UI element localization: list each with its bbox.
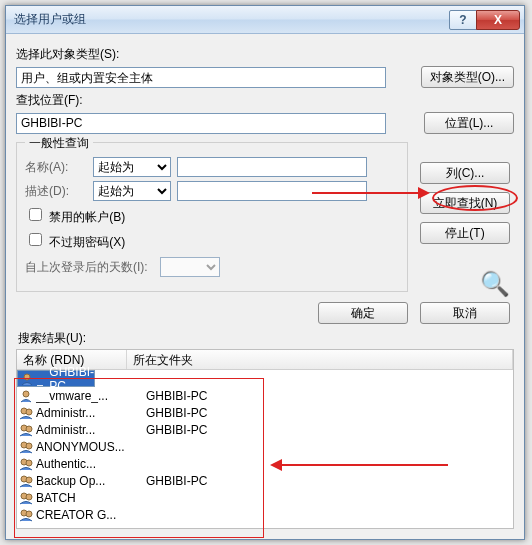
window-title: 选择用户或组 <box>14 11 449 28</box>
ok-button[interactable]: 确定 <box>318 302 408 324</box>
cell-name: Backup Op... <box>36 474 140 488</box>
cell-folder: GHBIBI-PC <box>140 474 207 488</box>
object-types-button[interactable]: 对象类型(O)... <box>421 66 514 88</box>
location-field: GHBIBI-PC <box>16 113 386 134</box>
group-icon <box>19 440 33 454</box>
results-table: 名称 (RDN) 所在文件夹 __vmware__GHBIBI-PC__vmwa… <box>16 349 514 529</box>
user-icon <box>19 389 33 403</box>
svg-point-13 <box>26 494 32 500</box>
description-mode-select[interactable]: 起始为 <box>93 181 171 201</box>
cell-name: Administr... <box>36 423 140 437</box>
titlebar: 选择用户或组 ? X <box>6 6 524 34</box>
svg-point-9 <box>26 460 32 466</box>
name-input[interactable] <box>177 157 367 177</box>
cell-folder: GHBIBI-PC <box>140 406 207 420</box>
description-input[interactable] <box>177 181 367 201</box>
svg-point-5 <box>26 426 32 432</box>
dialog-window: 选择用户或组 ? X 选择此对象类型(S): 用户、组或内置安全主体 对象类型(… <box>5 5 525 540</box>
group-icon <box>19 406 33 420</box>
group-icon <box>19 508 33 522</box>
disabled-accounts-checkbox[interactable]: 禁用的帐户(B) <box>25 205 125 226</box>
table-row[interactable]: Administr...GHBIBI-PC <box>17 404 513 421</box>
table-row[interactable]: Authentic... <box>17 455 513 472</box>
user-icon <box>20 372 34 386</box>
object-type-label: 选择此对象类型(S): <box>16 46 514 63</box>
object-type-field: 用户、组或内置安全主体 <box>16 67 386 88</box>
right-button-column: 列(C)... 立即查找(N) 停止(T) 🔍 <box>420 162 510 298</box>
svg-point-3 <box>26 409 32 415</box>
days-since-logon-label: 自上次登录后的天数(I): <box>25 259 148 276</box>
description-label: 描述(D): <box>25 183 87 200</box>
cell-folder: GHBIBI-PC <box>140 389 207 403</box>
cell-name: Authentic... <box>36 457 140 471</box>
name-mode-select[interactable]: 起始为 <box>93 157 171 177</box>
search-results-label: 搜索结果(U): <box>18 330 514 347</box>
svg-point-11 <box>26 477 32 483</box>
name-label: 名称(A): <box>25 159 87 176</box>
common-queries-group: 一般性查询 名称(A): 起始为 描述(D): 起始为 禁用的帐户(B) 不过期… <box>16 142 408 292</box>
cell-name: ANONYMOUS... <box>36 440 140 454</box>
table-row[interactable]: Backup Op...GHBIBI-PC <box>17 472 513 489</box>
group-legend: 一般性查询 <box>25 135 93 152</box>
table-row[interactable]: __vmware_...GHBIBI-PC <box>17 387 513 404</box>
days-since-logon-select <box>160 257 220 277</box>
non-expiring-password-checkbox[interactable]: 不过期密码(X) <box>25 230 125 251</box>
cell-name: Administr... <box>36 406 140 420</box>
svg-point-15 <box>26 511 32 517</box>
table-row[interactable]: __vmware__GHBIBI-PC <box>17 370 95 387</box>
svg-point-0 <box>24 374 30 380</box>
cell-name: CREATOR G... <box>36 508 140 522</box>
cell-folder: GHBIBI-PC <box>140 423 207 437</box>
group-icon <box>19 474 33 488</box>
table-row[interactable]: ANONYMOUS... <box>17 438 513 455</box>
location-label: 查找位置(F): <box>16 92 514 109</box>
help-button[interactable]: ? <box>449 10 477 30</box>
cancel-button[interactable]: 取消 <box>420 302 510 324</box>
close-button[interactable]: X <box>476 10 520 30</box>
group-icon <box>19 423 33 437</box>
svg-point-7 <box>26 443 32 449</box>
cell-name: BATCH <box>36 491 140 505</box>
find-now-button[interactable]: 立即查找(N) <box>420 192 510 214</box>
stop-button[interactable]: 停止(T) <box>420 222 510 244</box>
locations-button[interactable]: 位置(L)... <box>424 112 514 134</box>
column-header-folder[interactable]: 所在文件夹 <box>127 350 513 369</box>
table-row[interactable]: CREATOR G... <box>17 506 513 523</box>
table-row[interactable]: BATCH <box>17 489 513 506</box>
svg-point-1 <box>23 391 29 397</box>
columns-button[interactable]: 列(C)... <box>420 162 510 184</box>
search-icon: 🔍 <box>480 270 510 298</box>
table-row[interactable]: Administr...GHBIBI-PC <box>17 421 513 438</box>
cell-name: __vmware_... <box>36 389 140 403</box>
group-icon <box>19 491 33 505</box>
group-icon <box>19 457 33 471</box>
